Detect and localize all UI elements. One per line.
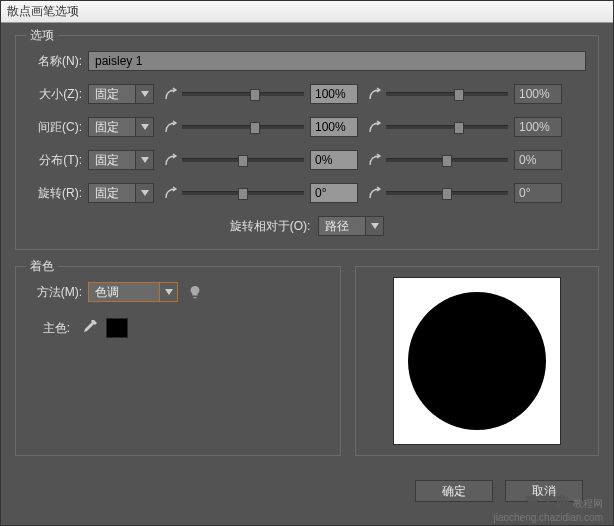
coloring-group: 着色 方法(M): 色调 主色: — [15, 266, 341, 456]
rotation-slider-2: 0° — [368, 183, 562, 203]
spacing-value-1[interactable]: 100% — [310, 117, 358, 137]
size-slider-2: 100% — [368, 84, 562, 104]
slider-track[interactable] — [182, 92, 304, 96]
titlebar[interactable]: 散点画笔选项 — [1, 1, 613, 23]
spacing-slider-1[interactable]: 100% — [164, 117, 358, 137]
scatter-row: 分布(T): 固定 0% 0% — [28, 149, 586, 171]
dropdown-icon — [136, 183, 154, 203]
slider-curve-icon — [368, 186, 382, 200]
key-color-swatch[interactable] — [106, 318, 128, 338]
rotation-value-2: 0° — [514, 183, 562, 203]
options-legend: 选项 — [26, 27, 58, 44]
spacing-row: 间距(C): 固定 100% 100% — [28, 116, 586, 138]
preview-group — [355, 266, 599, 456]
slider-track — [386, 92, 508, 96]
scatter-value-2: 0% — [514, 150, 562, 170]
dialog-content: 选项 名称(N): paisley 1 大小(Z): 固定 100% — [1, 23, 613, 510]
key-color-label: 主色: — [28, 320, 76, 337]
brush-preview-shape — [408, 292, 546, 430]
eyedropper-icon[interactable] — [82, 320, 98, 336]
key-color-row: 主色: — [28, 317, 328, 339]
rotation-label: 旋转(R): — [28, 185, 88, 202]
slider-curve-icon — [164, 153, 178, 167]
slider-track — [386, 125, 508, 129]
rotation-relative-row: 旋转相对于(O): 路径 — [28, 215, 586, 237]
rotation-mode-value: 固定 — [88, 183, 136, 203]
brush-preview-box — [393, 277, 561, 445]
dropdown-icon — [136, 117, 154, 137]
slider-curve-icon — [368, 153, 382, 167]
options-group: 选项 名称(N): paisley 1 大小(Z): 固定 100% — [15, 35, 599, 250]
scatter-slider-2: 0% — [368, 150, 562, 170]
slider-track — [386, 158, 508, 162]
rotation-mode-select[interactable]: 固定 — [88, 182, 154, 204]
slider-track[interactable] — [182, 158, 304, 162]
size-value-2: 100% — [514, 84, 562, 104]
name-input[interactable]: paisley 1 — [88, 51, 586, 71]
watermark: 查字典 教程网 jiaocheng.chazidian.com — [493, 493, 603, 523]
dropdown-icon — [366, 216, 384, 236]
slider-curve-icon — [164, 120, 178, 134]
slider-curve-icon — [368, 87, 382, 101]
rotation-relative-select[interactable]: 路径 — [318, 215, 384, 237]
rotation-value-1[interactable]: 0° — [310, 183, 358, 203]
name-label: 名称(N): — [28, 53, 88, 70]
spacing-mode-select[interactable]: 固定 — [88, 116, 154, 138]
scatter-label: 分布(T): — [28, 152, 88, 169]
scatter-mode-value: 固定 — [88, 150, 136, 170]
watermark-url: jiaocheng.chazidian.com — [493, 512, 603, 523]
bottom-section: 着色 方法(M): 色调 主色: — [15, 266, 599, 472]
name-row: 名称(N): paisley 1 — [28, 50, 586, 72]
window-title: 散点画笔选项 — [7, 3, 79, 20]
size-mode-select[interactable]: 固定 — [88, 83, 154, 105]
dropdown-icon — [136, 150, 154, 170]
size-slider-1[interactable]: 100% — [164, 84, 358, 104]
method-label: 方法(M): — [28, 284, 88, 301]
watermark-suffix: 教程网 — [573, 498, 603, 509]
slider-track — [386, 191, 508, 195]
size-mode-value: 固定 — [88, 84, 136, 104]
spacing-slider-2: 100% — [368, 117, 562, 137]
method-value: 色调 — [88, 282, 160, 302]
size-value-1[interactable]: 100% — [310, 84, 358, 104]
scatter-mode-select[interactable]: 固定 — [88, 149, 154, 171]
watermark-brand: 查字典 — [525, 493, 570, 510]
size-label: 大小(Z): — [28, 86, 88, 103]
dropdown-icon — [160, 282, 178, 302]
slider-curve-icon — [368, 120, 382, 134]
slider-curve-icon — [164, 186, 178, 200]
rotation-relative-label: 旋转相对于(O): — [230, 218, 311, 235]
lightbulb-icon[interactable] — [188, 285, 202, 299]
spacing-value-2: 100% — [514, 117, 562, 137]
scatter-slider-1[interactable]: 0% — [164, 150, 358, 170]
rotation-row: 旋转(R): 固定 0° 0° — [28, 182, 586, 204]
rotation-slider-1[interactable]: 0° — [164, 183, 358, 203]
method-select[interactable]: 色调 — [88, 281, 178, 303]
rotation-relative-value: 路径 — [318, 216, 366, 236]
spacing-mode-value: 固定 — [88, 117, 136, 137]
scatter-value-1[interactable]: 0% — [310, 150, 358, 170]
method-row: 方法(M): 色调 — [28, 281, 328, 303]
slider-track[interactable] — [182, 125, 304, 129]
dropdown-icon — [136, 84, 154, 104]
dialog-window: 散点画笔选项 选项 名称(N): paisley 1 大小(Z): 固定 100… — [0, 0, 614, 526]
size-row: 大小(Z): 固定 100% 100% — [28, 83, 586, 105]
coloring-legend: 着色 — [26, 258, 58, 275]
ok-button[interactable]: 确定 — [415, 480, 493, 502]
slider-track[interactable] — [182, 191, 304, 195]
slider-curve-icon — [164, 87, 178, 101]
spacing-label: 间距(C): — [28, 119, 88, 136]
